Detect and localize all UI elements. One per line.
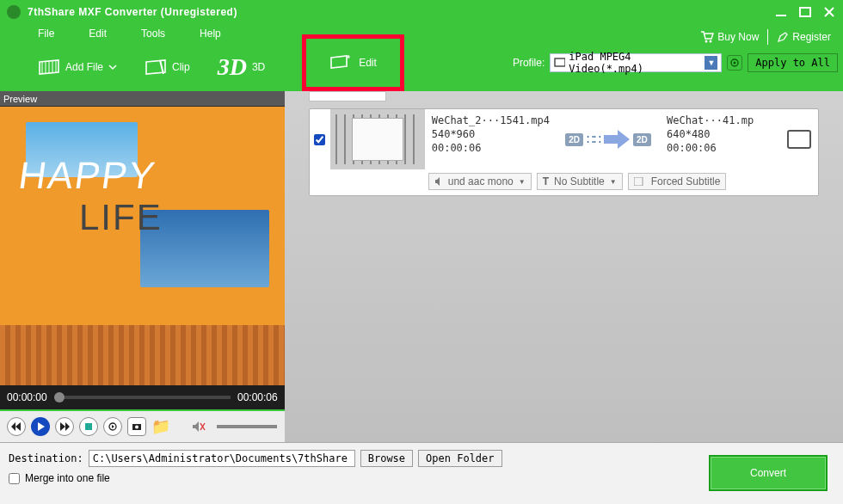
conversion-arrow: 2D ∷∷ 2D: [557, 109, 660, 169]
chevron-down-icon: [108, 63, 117, 71]
gear-icon: [729, 58, 740, 68]
source-duration: 00:00:06: [432, 142, 550, 154]
register-button[interactable]: Register: [777, 31, 831, 43]
destination-input[interactable]: [89, 450, 355, 467]
text-icon: T: [543, 175, 549, 187]
film-icon: [38, 58, 60, 76]
edit-button[interactable]: Edit: [302, 34, 404, 91]
snapshot-button[interactable]: [127, 417, 146, 436]
output-filename: WeChat···41.mp: [667, 114, 773, 126]
three-d-icon: 3D: [218, 53, 247, 81]
profile-settings-button[interactable]: [727, 55, 742, 71]
file-item[interactable]: WeChat_2···1541.mp4 540*960 00:00:06 2D …: [309, 108, 819, 196]
merge-label: Merge into one file: [25, 472, 110, 484]
chevron-down-icon: ▼: [705, 56, 717, 70]
file-thumbnail: [330, 109, 425, 169]
profile-select[interactable]: iPad MPEG4 Video(*.mp4) ▼: [550, 53, 722, 72]
badge-in: 2D: [565, 133, 583, 146]
film-sparkle-icon: [329, 54, 352, 71]
minimize-icon[interactable]: [774, 5, 788, 19]
snapshots-folder-button[interactable]: 📁: [151, 417, 170, 436]
chevron-down-icon: ▼: [519, 178, 526, 186]
maximize-icon[interactable]: [798, 5, 812, 19]
dots-icon: ∷∷: [587, 132, 600, 146]
badge-out: 2D: [633, 133, 651, 146]
next-button[interactable]: [55, 417, 74, 436]
forced-subtitle-label: Forced Subtitle: [651, 175, 721, 187]
browse-button[interactable]: Browse: [360, 450, 413, 467]
profile-label: Profile:: [513, 57, 545, 69]
source-resolution: 540*960: [432, 128, 550, 140]
list-tab[interactable]: [309, 91, 386, 101]
time-current: 00:00:00: [7, 391, 47, 403]
buy-now-button[interactable]: Buy Now: [700, 31, 759, 43]
svg-point-6: [734, 62, 736, 65]
menu-file[interactable]: File: [33, 26, 59, 41]
audio-track-label: und aac mono: [448, 175, 514, 187]
svg-rect-4: [555, 58, 565, 66]
checkbox-off-icon: [634, 177, 646, 186]
output-resolution: 640*480: [667, 128, 773, 140]
three-d-button[interactable]: 3D 3D: [209, 50, 274, 84]
forced-subtitle-toggle[interactable]: Forced Subtitle: [628, 173, 727, 190]
player-controls: 📁: [0, 409, 285, 442]
mute-button[interactable]: [189, 417, 208, 436]
menu-edit[interactable]: Edit: [83, 26, 112, 41]
app-logo-icon: [7, 5, 21, 19]
preview-header: Preview: [0, 91, 285, 107]
apply-to-all-button[interactable]: Apply to All: [748, 53, 838, 72]
audio-track-select[interactable]: und aac mono ▼: [428, 173, 532, 190]
preview-text-life: LIFE: [79, 197, 163, 238]
file-checkbox[interactable]: [314, 134, 325, 145]
speaker-icon: [434, 177, 443, 186]
menu-tools[interactable]: Tools: [136, 26, 170, 41]
menu-help[interactable]: Help: [194, 26, 226, 41]
stop-button[interactable]: [79, 417, 98, 436]
register-label: Register: [792, 31, 831, 43]
close-icon[interactable]: [822, 5, 836, 19]
svg-rect-1: [800, 8, 810, 16]
destination-label: Destination:: [9, 452, 83, 464]
svg-point-10: [135, 426, 138, 429]
device-icon: [554, 58, 565, 68]
svg-rect-11: [634, 177, 643, 186]
edit-label: Edit: [359, 57, 377, 69]
add-file-button[interactable]: Add File: [29, 55, 126, 79]
window-title: 7thShare MXF Converter (Unregistered): [28, 6, 774, 18]
chevron-down-icon: ▼: [610, 178, 617, 186]
seek-slider[interactable]: [54, 396, 231, 399]
open-folder-button[interactable]: Open Folder: [418, 450, 501, 467]
cart-icon: [700, 31, 714, 43]
profile-value: iPad MPEG4 Video(*.mp4): [569, 51, 701, 75]
convert-button[interactable]: Convert: [709, 455, 828, 491]
convert-label: Convert: [750, 467, 786, 479]
subtitle-label: No Subtitle: [554, 175, 605, 187]
merge-checkbox[interactable]: [9, 473, 20, 484]
add-file-label: Add File: [65, 61, 103, 73]
time-total: 00:00:06: [237, 391, 278, 403]
clip-button[interactable]: Clip: [136, 55, 199, 79]
buy-now-label: Buy Now: [717, 31, 759, 43]
subtitle-select[interactable]: T No Subtitle ▼: [537, 173, 623, 190]
arrow-right-icon: [604, 128, 630, 151]
preview-text-happy: HAPPY: [15, 154, 158, 197]
volume-slider[interactable]: [217, 425, 277, 428]
play-button[interactable]: [31, 417, 50, 436]
output-device-icon: [780, 109, 818, 169]
svg-rect-7: [85, 423, 92, 430]
clip-film-icon: [145, 58, 167, 76]
preview-image: HAPPY LIFE: [0, 107, 285, 385]
pencil-icon: [777, 31, 789, 43]
step-button[interactable]: [103, 417, 122, 436]
svg-rect-0: [776, 15, 786, 16]
three-d-label: 3D: [252, 61, 265, 73]
prev-button[interactable]: [7, 417, 26, 436]
output-duration: 00:00:06: [667, 142, 773, 154]
source-filename: WeChat_2···1541.mp4: [432, 114, 550, 126]
clip-label: Clip: [172, 61, 190, 73]
